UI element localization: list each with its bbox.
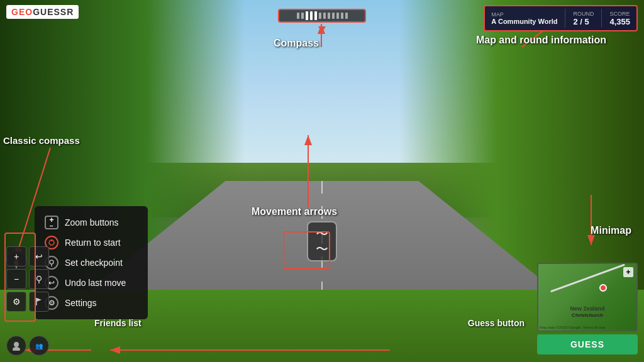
svg-marker-16: [36, 298, 42, 302]
zoom-minus-button[interactable]: −: [6, 269, 26, 289]
svg-point-13: [37, 277, 42, 281]
compass-tick: [301, 13, 304, 19]
compass-tick: [310, 11, 313, 20]
minimap-background: + New Zealand Christchurch Map data ©202…: [538, 264, 636, 331]
minimap-country-label: New Zealand: [570, 305, 604, 312]
round-value: 2 / 5: [573, 17, 594, 26]
compass-tick: [328, 13, 330, 19]
compass-arrow-indicator: [318, 26, 326, 33]
pin-button[interactable]: [29, 269, 49, 289]
set-checkpoint-label: Set checkpoint: [65, 258, 123, 268]
compass-tick: [336, 13, 339, 19]
settings-row: ⚙: [6, 292, 49, 312]
geoguessr-logo: GEOGUESSR: [6, 5, 79, 19]
score-value: 4,355: [609, 17, 630, 26]
compass-tick: [297, 13, 299, 19]
map-name: A Community World: [491, 18, 557, 25]
friends-list: 👥: [6, 336, 49, 356]
divider: [565, 9, 565, 28]
compass-tick: [319, 13, 321, 19]
settings-item[interactable]: ⚙ Settings: [45, 293, 138, 313]
compass-tick: [332, 13, 335, 19]
zoom-buttons-item[interactable]: + − Zoom buttons: [45, 212, 138, 233]
svg-point-17: [14, 342, 19, 347]
minimap-copyright: Map data ©2023 Google, Terms of Use: [540, 326, 605, 329]
avatar-button[interactable]: [6, 336, 26, 356]
logo-text-guessr: GUESSR: [33, 7, 74, 17]
divider: [601, 9, 602, 28]
compass-tick: [323, 13, 326, 19]
compass-tick: [314, 11, 317, 20]
compass-tick: [341, 13, 343, 19]
score-label: SCORE: [609, 11, 630, 17]
logo-text-geo: GEO: [11, 7, 33, 17]
return-to-start-label: Return to start: [65, 238, 121, 248]
flag-button[interactable]: [29, 292, 49, 312]
zoom-plus-button[interactable]: +: [6, 246, 26, 266]
map-label: MAP: [491, 11, 557, 18]
undo-last-move-label: Undo last move: [65, 278, 126, 288]
move-backward-arrow[interactable]: 〜: [316, 243, 328, 255]
zoom-buttons-label: Zoom buttons: [65, 217, 119, 228]
guess-button[interactable]: GUESS: [537, 334, 638, 354]
minimap-location-marker: [599, 284, 607, 292]
minimap[interactable]: + New Zealand Christchurch Map data ©202…: [537, 263, 638, 332]
zoom-row: + ↩: [6, 246, 49, 266]
compass-tick: [345, 13, 348, 19]
compass-tick: [306, 11, 308, 20]
settings-button[interactable]: ⚙: [6, 292, 26, 312]
settings-label: Settings: [65, 298, 97, 308]
return-to-start-item[interactable]: Return to start: [45, 233, 138, 253]
undo-last-move-item[interactable]: ↩ Undo last move: [45, 273, 138, 293]
svg-point-18: [13, 347, 20, 351]
zoom-minus-row: −: [6, 269, 49, 289]
move-forward-arrow[interactable]: 〜: [316, 228, 328, 240]
round-label: ROUND: [573, 11, 594, 17]
minimap-road: [550, 264, 625, 293]
compass-bar: [278, 9, 366, 23]
minimap-city-label: Christchurch: [572, 312, 603, 318]
round-info-panel: MAP A Community World ROUND 2 / 5 SCORE …: [484, 5, 638, 31]
svg-point-11: [50, 260, 53, 264]
friends-icon-button[interactable]: 👥: [29, 336, 49, 356]
set-checkpoint-item[interactable]: Set checkpoint: [45, 253, 138, 273]
back-button[interactable]: ↩: [29, 246, 49, 266]
movement-arrows[interactable]: 〜 〜: [307, 221, 337, 261]
left-controls: + ↩ − ⚙: [6, 246, 49, 312]
controls-menu: + − Zoom buttons Return to start Set che…: [35, 206, 148, 319]
zoom-icon: + −: [45, 216, 58, 229]
minimap-zoom-button[interactable]: +: [623, 267, 633, 277]
